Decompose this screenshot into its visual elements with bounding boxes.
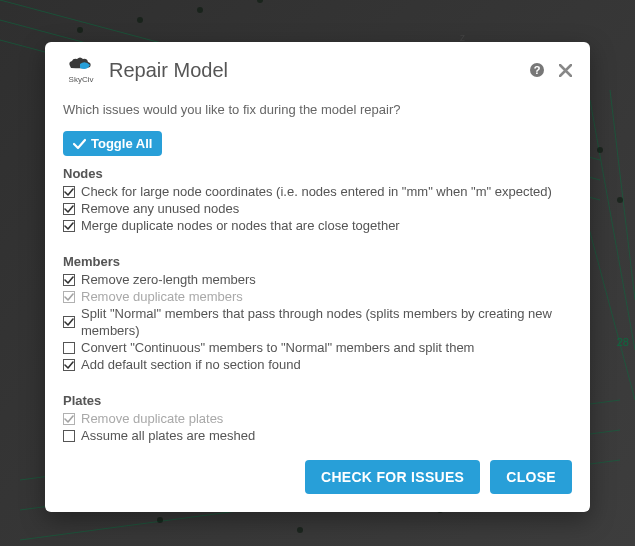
option-label: Assume all plates are meshed	[81, 427, 255, 444]
svg-point-16	[157, 517, 163, 523]
section-title-plates: Plates	[63, 393, 572, 408]
option-nodes-1[interactable]: Remove any unused nodes	[63, 200, 572, 217]
option-label: Remove duplicate plates	[81, 410, 223, 427]
intro-text: Which issues would you like to fix durin…	[63, 102, 572, 117]
svg-line-7	[590, 100, 635, 350]
svg-point-14	[617, 197, 623, 203]
option-plates-0: Remove duplicate plates	[63, 410, 572, 427]
checkbox-members-3[interactable]	[63, 342, 75, 354]
check-for-issues-button[interactable]: CHECK FOR ISSUES	[305, 460, 480, 494]
checkbox-nodes-0[interactable]	[63, 186, 75, 198]
option-members-1: Remove duplicate members	[63, 288, 572, 305]
option-nodes-2[interactable]: Merge duplicate nodes or nodes that are …	[63, 217, 572, 234]
option-label: Remove duplicate members	[81, 288, 243, 305]
svg-text:?: ?	[534, 64, 541, 76]
option-label: Check for large node coordinates (i.e. n…	[81, 183, 552, 200]
option-members-0[interactable]: Remove zero-length members	[63, 271, 572, 288]
dialog-title: Repair Model	[109, 59, 519, 82]
checkbox-members-4[interactable]	[63, 359, 75, 371]
svg-point-9	[77, 27, 83, 33]
toggle-all-label: Toggle All	[91, 136, 152, 151]
svg-point-17	[297, 527, 303, 533]
brand-name: SkyCiv	[69, 75, 94, 84]
checkbox-members-1	[63, 291, 75, 303]
skyciv-logo-icon	[66, 56, 96, 74]
option-label: Split "Normal" members that pass through…	[81, 305, 572, 339]
checkbox-plates-1[interactable]	[63, 430, 75, 442]
option-members-4[interactable]: Add default section if no section found	[63, 356, 572, 373]
svg-point-10	[137, 17, 143, 23]
node-label-28: 28	[617, 336, 629, 348]
option-label: Convert "Continuous" members to "Normal"…	[81, 339, 474, 356]
option-label: Remove zero-length members	[81, 271, 256, 288]
option-label: Add default section if no section found	[81, 356, 301, 373]
section-title-nodes: Nodes	[63, 166, 572, 181]
checkbox-nodes-2[interactable]	[63, 220, 75, 232]
svg-line-8	[610, 90, 635, 300]
toggle-all-button[interactable]: Toggle All	[63, 131, 162, 156]
brand-logo: SkyCiv	[63, 56, 99, 84]
section-title-members: Members	[63, 254, 572, 269]
option-label: Remove any unused nodes	[81, 200, 239, 217]
close-button[interactable]: CLOSE	[490, 460, 572, 494]
checkbox-plates-0	[63, 413, 75, 425]
svg-point-13	[597, 147, 603, 153]
close-icon[interactable]	[559, 64, 572, 77]
dialog-body: Which issues would you like to fix durin…	[45, 96, 590, 460]
dialog-footer: CHECK FOR ISSUES CLOSE	[45, 460, 590, 512]
option-nodes-0[interactable]: Check for large node coordinates (i.e. n…	[63, 183, 572, 200]
svg-point-11	[197, 7, 203, 13]
option-label: Merge duplicate nodes or nodes that are …	[81, 217, 400, 234]
repair-model-dialog: SkyCiv Repair Model ? Which issues would…	[45, 42, 590, 512]
checkbox-members-2[interactable]	[63, 316, 75, 328]
svg-point-12	[257, 0, 263, 3]
dialog-header: SkyCiv Repair Model ?	[45, 42, 590, 96]
option-members-3[interactable]: Convert "Continuous" members to "Normal"…	[63, 339, 572, 356]
option-plates-1[interactable]: Assume all plates are meshed	[63, 427, 572, 444]
help-icon[interactable]: ?	[529, 62, 545, 78]
check-icon	[73, 138, 86, 150]
checkbox-nodes-1[interactable]	[63, 203, 75, 215]
option-members-2[interactable]: Split "Normal" members that pass through…	[63, 305, 572, 339]
checkbox-members-0[interactable]	[63, 274, 75, 286]
